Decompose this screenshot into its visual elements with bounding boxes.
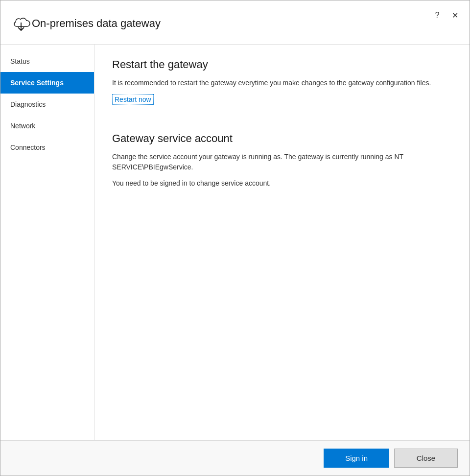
app-title: On-premises data gateway <box>32 17 161 30</box>
restart-title: Restart the gateway <box>112 58 452 71</box>
service-account-description2: You need to be signed in to change servi… <box>112 178 452 189</box>
sidebar-item-connectors[interactable]: Connectors <box>0 137 94 158</box>
app-window: On-premises data gateway ? ✕ Status Serv… <box>0 0 470 476</box>
restart-section: Restart the gateway It is recommended to… <box>112 58 452 120</box>
sidebar-item-network[interactable]: Network <box>0 115 94 137</box>
close-window-button[interactable]: ✕ <box>448 8 462 22</box>
service-account-title: Gateway service account <box>112 132 452 145</box>
restart-description: It is recommended to restart the gateway… <box>112 78 452 88</box>
sidebar-item-service-settings[interactable]: Service Settings <box>0 72 94 94</box>
sidebar-item-diagnostics[interactable]: Diagnostics <box>0 94 94 115</box>
close-button[interactable]: Close <box>394 449 458 468</box>
footer: Sign in Close <box>0 440 470 476</box>
restart-now-link[interactable]: Restart now <box>112 94 154 105</box>
signin-button[interactable]: Sign in <box>324 449 389 468</box>
title-bar: On-premises data gateway ? ✕ <box>0 0 470 45</box>
sidebar-item-status[interactable]: Status <box>0 50 94 72</box>
content-area: Restart the gateway It is recommended to… <box>94 45 470 440</box>
service-account-section: Gateway service account Change the servi… <box>112 132 452 189</box>
sidebar: Status Service Settings Diagnostics Netw… <box>0 45 94 440</box>
window-controls: ? ✕ <box>430 8 462 22</box>
main-area: Status Service Settings Diagnostics Netw… <box>0 45 470 440</box>
app-icon <box>10 12 32 35</box>
help-button[interactable]: ? <box>430 8 444 22</box>
service-account-description1: Change the service account your gateway … <box>112 152 452 172</box>
